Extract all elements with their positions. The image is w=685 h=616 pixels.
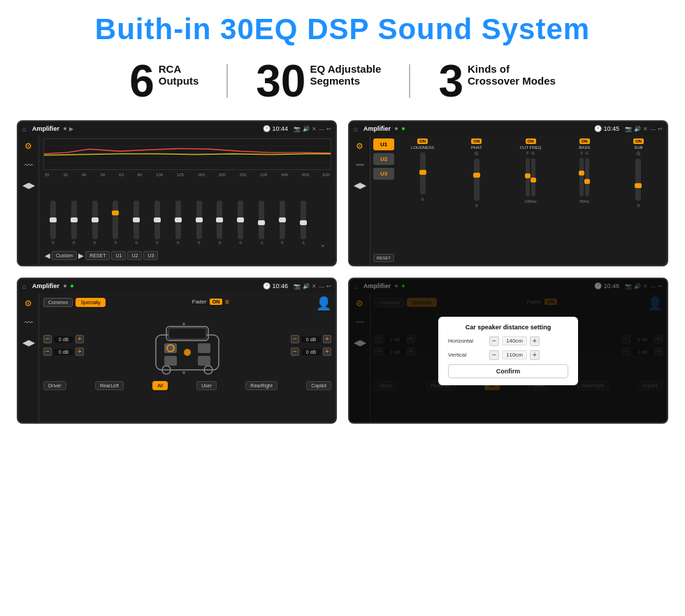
amp2-sidebar-icon2[interactable]: 〰 (356, 161, 364, 171)
dialog-horizontal-row: Horizontal − 140cm + (448, 336, 568, 346)
amp2-reset-btn[interactable]: RESET (373, 254, 394, 262)
amp2-back-icon[interactable]: ↩ (658, 126, 663, 132)
minus-btn-4[interactable]: − (291, 348, 299, 356)
cutfreq-slider-f[interactable] (526, 158, 530, 196)
u3-btn[interactable]: U3 (143, 251, 158, 260)
copilot-btn[interactable]: Copilot (306, 381, 331, 390)
svg-point-13 (184, 349, 191, 356)
loudness-on[interactable]: ON (417, 138, 428, 144)
bass-on[interactable]: ON (579, 138, 590, 144)
minus-btn-1[interactable]: − (43, 335, 52, 343)
minus-btn-2[interactable]: − (43, 348, 52, 356)
amp2-sidebar-icon1[interactable]: ⚙ (356, 141, 363, 151)
loudness-slider[interactable] (420, 152, 426, 194)
slider-3[interactable]: 0 (92, 196, 98, 249)
slider-13[interactable]: -1 (301, 196, 306, 249)
bass-slider-g[interactable] (585, 158, 589, 196)
rearLeft-btn[interactable]: RearLeft (95, 381, 124, 390)
prev-arrow[interactable]: ◀ (45, 252, 50, 259)
rca-label1: RCA (159, 63, 199, 75)
eq-sidebar-icon3[interactable]: ◀▶ (22, 180, 35, 190)
fader-camera-icon: 📷 (294, 283, 301, 289)
home-icon[interactable]: ⌂ (22, 125, 27, 133)
fader-on-badge[interactable]: ON (210, 299, 223, 305)
horizontal-plus-btn[interactable]: + (530, 336, 540, 346)
plus-btn-1[interactable]: + (75, 335, 84, 343)
fader-home-icon[interactable]: ⌂ (22, 282, 27, 290)
rca-count: 6 (129, 59, 154, 103)
vertical-plus-btn[interactable]: + (530, 350, 540, 360)
phat-label: PHAT (471, 145, 482, 150)
fader-sidebar-icon1[interactable]: ⚙ (24, 299, 32, 308)
slider-6[interactable]: 0 (154, 196, 160, 249)
plus-btn-4[interactable]: + (323, 348, 331, 356)
reset-btn[interactable]: RESET (85, 251, 110, 260)
slider-5[interactable]: 0 (134, 196, 139, 249)
confirm-button[interactable]: Confirm (448, 364, 568, 378)
eq-left-sidebar: ⚙ 〰 ◀▶ (18, 136, 39, 265)
fader-back-icon[interactable]: ↩ (326, 283, 331, 289)
u2-selector[interactable]: U2 (373, 153, 394, 165)
slider-9[interactable]: 0 (217, 196, 222, 249)
slider-1[interactable]: 0 (50, 196, 56, 249)
fader-label: Fader (192, 299, 207, 305)
plus-btn-2[interactable]: + (75, 348, 84, 356)
fader-sliders-icon[interactable]: ≡ (225, 298, 229, 306)
svg-rect-10 (164, 356, 177, 366)
minus-btn-3[interactable]: − (291, 335, 299, 343)
car-svg: ▲ ▼ (149, 314, 226, 377)
amp2-home-icon[interactable]: ⌂ (354, 125, 358, 133)
svg-text:▲: ▲ (181, 320, 187, 327)
specialty-tab[interactable]: Specialty (75, 298, 105, 307)
sub-slider[interactable] (635, 159, 641, 201)
db-val-3: 0 dB (301, 336, 321, 343)
back-icon[interactable]: ↩ (326, 126, 331, 132)
amp2-u-buttons: U1 U2 U3 RESET (373, 138, 394, 262)
phat-slider[interactable] (474, 159, 480, 201)
cutfreq-slider-g[interactable] (531, 158, 535, 196)
page-title: Buith-in 30EQ DSP Sound System (14, 13, 671, 46)
slider-12[interactable]: 0 (280, 196, 285, 249)
dialog-vertical-row: Vertical − 110cm + (448, 350, 568, 360)
feature-rca: 6 RCA Outputs (101, 59, 226, 103)
slider-4[interactable]: 5 (113, 196, 118, 249)
slider-10[interactable]: 0 (238, 196, 243, 249)
driver-btn[interactable]: Driver (43, 381, 66, 390)
bass-slider-f[interactable] (579, 158, 584, 196)
cutfreq-col: ON CUT FREQ F G 100Hz (505, 138, 556, 262)
sub-on[interactable]: ON (633, 138, 644, 144)
common-tab[interactable]: Common (43, 298, 73, 307)
person-icon[interactable]: 👤 (316, 296, 331, 311)
eq-sidebar-icon2[interactable]: 〰 (24, 161, 33, 171)
eq-play-icon: ▶ (69, 126, 73, 132)
fader-sidebar-icon3[interactable]: ◀▶ (22, 338, 35, 348)
expand-right-icon[interactable]: » (321, 243, 324, 249)
vertical-minus-btn[interactable]: − (489, 350, 499, 360)
phat-on[interactable]: ON (471, 138, 482, 144)
slider-11[interactable]: -1 (259, 196, 264, 249)
slider-2[interactable]: 0 (71, 196, 77, 249)
amp2-sidebar-icon3[interactable]: ◀▶ (354, 180, 366, 190)
db-val-4: 0 dB (301, 349, 321, 355)
eq-sidebar-icon1[interactable]: ⚙ (24, 141, 32, 151)
fader-sidebar-icon2[interactable]: 〰 (24, 318, 33, 328)
all-btn[interactable]: All (152, 381, 168, 390)
plus-btn-3[interactable]: + (323, 335, 331, 343)
slider-8[interactable]: 0 (196, 196, 202, 249)
user-btn[interactable]: User (196, 381, 217, 390)
eq-status-bar: ⌂ Amplifier ▶ 🕐 10:44 📷 🔊 ✕ — ↩ (18, 122, 336, 136)
u1-selector[interactable]: U1 (373, 138, 394, 150)
slider-7[interactable]: 0 (175, 196, 181, 249)
bass-label: BASS (579, 145, 590, 150)
rearRight-btn[interactable]: RearRight (245, 381, 277, 390)
fader-content: − 0 dB + − 0 dB + (43, 314, 331, 377)
u3-selector[interactable]: U3 (373, 168, 394, 180)
next-arrow[interactable]: ▶ (78, 252, 84, 259)
cutfreq-on[interactable]: ON (526, 138, 536, 144)
rca-label2: Outputs (159, 75, 199, 87)
custom-btn[interactable]: Custom (52, 251, 77, 260)
amp2-dot1 (395, 127, 398, 130)
u1-btn[interactable]: U1 (111, 251, 126, 260)
u2-btn[interactable]: U2 (127, 251, 142, 260)
horizontal-minus-btn[interactable]: − (489, 336, 499, 346)
